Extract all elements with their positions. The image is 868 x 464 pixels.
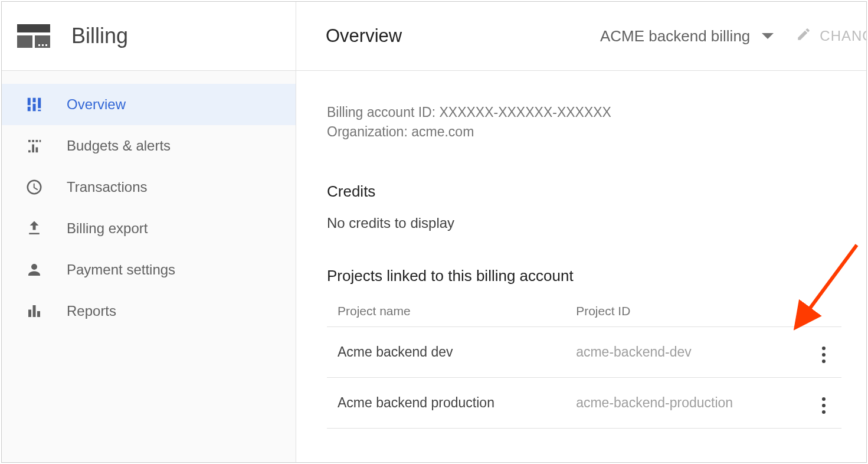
project-id-cell: acme-backend-dev	[569, 326, 806, 377]
project-name-cell: Acme backend production	[327, 377, 569, 428]
billing-id-label: Billing account ID:	[327, 104, 435, 120]
column-project-name: Project name	[327, 296, 569, 327]
row-actions-menu[interactable]	[818, 343, 829, 367]
sidebar-item-reports[interactable]: Reports	[2, 290, 296, 332]
dashboard-icon	[25, 96, 43, 113]
credits-heading: Credits	[327, 182, 841, 201]
budgets-icon	[25, 137, 43, 155]
column-project-id: Project ID	[569, 296, 806, 327]
person-icon	[25, 261, 43, 279]
header: Billing Overview ACME backend billing CH…	[2, 2, 866, 71]
header-toolbar: Overview ACME backend billing CHANGE	[296, 2, 866, 70]
sidebar-item-budgets[interactable]: Budgets & alerts	[2, 125, 296, 166]
change-button-label: CHANGE	[820, 28, 866, 44]
sidebar-item-label: Payment settings	[67, 262, 175, 278]
billing-account-info: Billing account ID: XXXXXX-XXXXXX-XXXXXX…	[327, 103, 841, 142]
main-content: Billing account ID: XXXXXX-XXXXXX-XXXXXX…	[296, 71, 866, 462]
bar-chart-icon	[25, 302, 43, 320]
sidebar-item-export[interactable]: Billing export	[2, 208, 296, 249]
sidebar-item-label: Reports	[67, 303, 116, 319]
sidebar-item-label: Transactions	[67, 179, 148, 195]
clock-icon	[25, 178, 43, 196]
page-title: Overview	[326, 25, 402, 47]
billing-account-name: ACME backend billing	[600, 27, 750, 45]
project-name-cell: Acme backend dev	[327, 326, 569, 377]
sidebar-item-overview[interactable]: Overview	[2, 84, 296, 125]
organization-value: acme.com	[411, 124, 474, 139]
pencil-icon	[796, 27, 811, 45]
row-actions-menu[interactable]	[818, 394, 829, 417]
body: Overview Budgets & alerts Transactions B…	[2, 71, 866, 462]
chevron-down-icon	[762, 33, 774, 39]
table-row: Acme backend dev acme-backend-dev	[327, 326, 841, 377]
projects-heading: Projects linked to this billing account	[327, 267, 841, 285]
sidebar-item-label: Billing export	[67, 220, 148, 237]
billing-account-picker[interactable]: ACME backend billing	[600, 27, 774, 45]
table-row: Acme backend production acme-backend-pro…	[327, 377, 841, 428]
projects-table: Project name Project ID Acme backend dev…	[327, 296, 841, 429]
change-billing-button[interactable]: CHANGE	[796, 27, 866, 45]
sidebar: Overview Budgets & alerts Transactions B…	[2, 71, 296, 462]
sidebar-item-payment[interactable]: Payment settings	[2, 249, 296, 290]
billing-id-value: XXXXXX-XXXXXX-XXXXXX	[439, 104, 611, 120]
sidebar-item-label: Budgets & alerts	[67, 138, 171, 154]
project-id-cell: acme-backend-production	[569, 377, 806, 428]
upload-icon	[25, 220, 43, 237]
header-section: Billing	[2, 2, 296, 70]
organization-label: Organization:	[327, 124, 408, 139]
column-actions	[806, 296, 841, 327]
credits-empty-message: No credits to display	[327, 215, 841, 231]
sidebar-item-transactions[interactable]: Transactions	[2, 166, 296, 208]
sidebar-item-label: Overview	[67, 96, 126, 113]
app-window: Billing Overview ACME backend billing CH…	[1, 1, 867, 463]
billing-card-icon	[17, 24, 50, 48]
section-title: Billing	[71, 24, 128, 48]
